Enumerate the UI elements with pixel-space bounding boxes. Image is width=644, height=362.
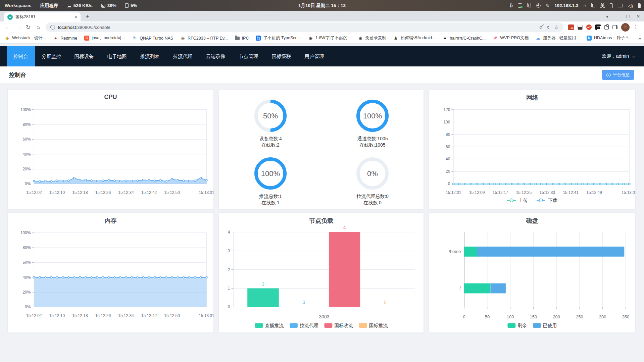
extension-screenshot-icon[interactable] xyxy=(595,24,601,30)
browser-tab[interactable]: w 国标28181 × xyxy=(4,12,81,21)
globe-icon: ◉ xyxy=(180,36,185,41)
nav-item-控制台[interactable]: 控制台 xyxy=(7,46,35,66)
chevron-down-icon xyxy=(632,54,636,58)
channel-stat: 100% 通道总数:1005 在线数:1005 xyxy=(338,98,407,148)
windows-tray-icon[interactable] xyxy=(592,4,595,7)
svg-text:20%: 20% xyxy=(22,290,31,295)
nav-item-用户管理[interactable]: 用户管理 xyxy=(298,46,331,66)
legend-item[interactable]: 国标推流 xyxy=(359,323,388,328)
bookmark-item[interactable]: 知了不起的 TypeScri... xyxy=(256,35,301,41)
donut-gauge: 100% xyxy=(355,98,390,133)
window-minimize-button[interactable]: — xyxy=(615,14,620,19)
home-tray-icon[interactable]: ⌂ xyxy=(583,3,586,8)
bookmark-item[interactable]: NHDAtmos :: 种子 *... xyxy=(587,35,631,41)
svg-text:80: 80 xyxy=(446,132,450,137)
bookmark-item[interactable]: ♟如何编译Android... xyxy=(393,35,436,41)
browser-menu-icon[interactable]: ⋮ xyxy=(633,24,639,30)
nav-item-分屏监控[interactable]: 分屏监控 xyxy=(35,46,68,66)
svg-text:40%: 40% xyxy=(22,152,31,157)
nav-item-云端录像[interactable]: 云端录像 xyxy=(199,46,232,66)
bookmark-item[interactable]: ☁服务器 - 轻量应用... xyxy=(536,35,580,41)
chart-title: CPU xyxy=(8,94,213,101)
tab-search-icon[interactable]: ▾ xyxy=(606,14,608,19)
forward-button[interactable]: → xyxy=(13,24,23,31)
svg-text:下载: 下载 xyxy=(548,198,557,203)
bookmark-item[interactable]: ↻QNAP Turbo NAS xyxy=(132,36,173,41)
bookmark-item[interactable]: IPC xyxy=(235,36,249,41)
applications-button[interactable]: 应用程序 xyxy=(40,3,58,9)
svg-text:100%: 100% xyxy=(363,112,382,120)
bookmark-label: » xyxy=(638,35,641,41)
pencil-tray-icon[interactable]: ✎ xyxy=(546,3,549,8)
bookmark-item[interactable]: ●Redmine xyxy=(53,36,77,41)
extensions-puzzle-icon[interactable] xyxy=(604,25,609,30)
app-nav-bar: 控制台分屏监控国标设备电子地图推流列表拉流代理云端录像节点管理国标级联用户管理 … xyxy=(0,46,644,66)
platform-info-button[interactable]: 平台信息 xyxy=(602,70,634,80)
side-panel-icon[interactable] xyxy=(612,25,617,29)
svg-text:15:12:42: 15:12:42 xyxy=(141,190,157,195)
reload-button[interactable]: ↻ xyxy=(23,24,33,31)
dashboard: CPU 0%20%40%60%80%100%15:12:0215:12:1015… xyxy=(0,83,644,333)
profile-avatar[interactable] xyxy=(621,23,630,32)
legend-item[interactable]: 剩余 xyxy=(507,323,527,328)
legend-item[interactable]: 直播推流 xyxy=(255,323,284,328)
window-restore-button[interactable] xyxy=(627,15,630,18)
legend-item[interactable]: 已使用 xyxy=(533,323,557,328)
bookmark-item[interactable]: ●hairrrrr/C-CrashC... xyxy=(442,36,486,41)
app-status-tray-icon[interactable] xyxy=(518,3,522,8)
bookmark-item[interactable]: » xyxy=(638,35,641,41)
password-manager-icon[interactable] xyxy=(539,25,543,29)
cpu-usage-indicator[interactable]: 39% xyxy=(101,3,116,8)
nav-item-国标设备[interactable]: 国标设备 xyxy=(68,46,101,66)
extension-icon[interactable] xyxy=(578,25,583,30)
network-speed-indicator[interactable]: ☁ 526 KB/s xyxy=(67,3,93,8)
address-bar[interactable]: localhost:38080/#/console < ☆ xyxy=(46,22,563,32)
memory-usage-indicator[interactable]: 5% xyxy=(125,3,137,8)
bookmark-item[interactable]: ◉1.8W字|了不起的... xyxy=(308,35,351,41)
svg-text:15:13:01: 15:13:01 xyxy=(199,313,213,318)
svg-text:80%: 80% xyxy=(22,122,31,127)
cup-tray-icon[interactable] xyxy=(536,3,541,8)
legend-item[interactable]: 上传 xyxy=(507,198,528,203)
nav-item-电子地图[interactable]: 电子地图 xyxy=(101,46,134,66)
ip-address[interactable]: 192.168.1.3 xyxy=(554,3,578,8)
nav-item-拉流代理[interactable]: 拉流代理 xyxy=(166,46,199,66)
phone-tray-icon[interactable] xyxy=(610,3,613,8)
workspaces-button[interactable]: Workspaces xyxy=(5,3,31,8)
nav-item-推流列表[interactable]: 推流列表 xyxy=(134,46,166,66)
bookmark-item[interactable]: ◆Webstack - 设计... xyxy=(5,35,46,41)
svg-text:上传: 上传 xyxy=(518,198,528,203)
display-tray-icon[interactable] xyxy=(618,4,623,7)
tab-close-icon[interactable]: × xyxy=(74,14,77,19)
input-language-indicator[interactable]: 英 xyxy=(600,3,605,9)
home-button[interactable]: ⌂ xyxy=(34,24,43,31)
window-close-button[interactable]: × xyxy=(637,13,640,20)
bookmark-item[interactable]: Cjava、android可... xyxy=(84,35,125,41)
svg-text:15:12:33: 15:12:33 xyxy=(540,190,555,195)
legend-item[interactable]: 拉流代理 xyxy=(290,323,318,328)
extension-js-icon[interactable]: JS xyxy=(568,24,574,30)
battery-icon[interactable] xyxy=(638,3,641,8)
bookmark-item[interactable]: ◉RFC2833 – RTP Ev... xyxy=(180,36,228,41)
svg-text:0: 0 xyxy=(228,305,230,309)
adblock-extension-icon[interactable] xyxy=(586,24,592,30)
svg-text:15:12:10: 15:12:10 xyxy=(49,313,65,318)
bookmark-item[interactable]: ◉免登录复制 xyxy=(358,35,386,41)
donut-gauge: 100% xyxy=(253,156,288,191)
bookmark-star-icon[interactable]: ☆ xyxy=(554,24,559,31)
clipboard-tray-icon[interactable] xyxy=(528,4,531,7)
user-menu[interactable]: 欢迎，admin xyxy=(602,46,644,66)
new-tab-button[interactable]: + xyxy=(83,12,92,21)
legend-item[interactable]: 国标收流 xyxy=(324,323,353,328)
nav-item-国标级联[interactable]: 国标级联 xyxy=(265,46,298,66)
svg-text:40: 40 xyxy=(446,157,450,161)
nav-item-节点管理[interactable]: 节点管理 xyxy=(232,46,265,66)
share-icon[interactable]: < xyxy=(547,24,549,30)
bookmark-item[interactable]: WWVP-PRO文档 xyxy=(493,35,529,41)
site-info-icon[interactable] xyxy=(50,25,55,30)
bing-tray-icon[interactable]: b xyxy=(510,3,513,9)
svg-text:60%: 60% xyxy=(22,137,31,142)
legend-item[interactable]: 下载 xyxy=(537,198,557,203)
back-button[interactable]: ← xyxy=(3,24,13,31)
volume-icon[interactable]: ◁) xyxy=(628,3,633,8)
